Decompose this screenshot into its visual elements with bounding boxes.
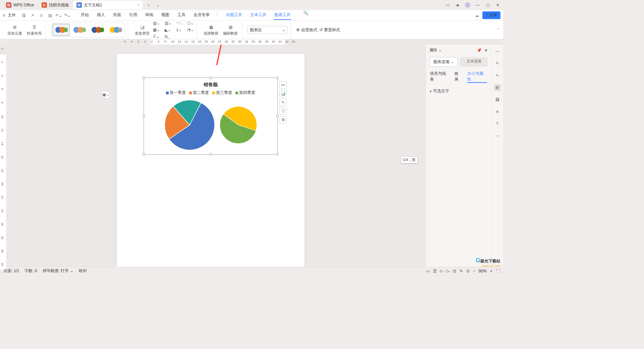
maximize-icon[interactable]: ▢ [485,2,490,8]
stock-dropdown[interactable]: ⟠⌄ [176,28,182,32]
grid-dropdown[interactable]: ▦⌄ [153,28,160,32]
tab-menu-button[interactable]: ⌄ [154,1,162,9]
tab-text-tools[interactable]: 文本工具 [250,11,267,20]
status-proof[interactable]: 校对 [79,268,87,272]
add-element-button[interactable]: ⊞添加元素 [6,23,23,37]
bar-dropdown[interactable]: ▥⌄ [153,21,160,26]
view-read-icon[interactable]: ▷ [446,269,449,273]
tab-insert[interactable]: 插入 [96,11,106,20]
pen-tool-icon[interactable]: ✎ [494,60,501,67]
shapes-tool-icon[interactable]: ✕ [494,108,501,115]
canvas[interactable]: ▣⌄ 销售额 第一季度第二季度第三季度第四季度 ≔ 📊 [6,45,426,267]
chart-styles-icon[interactable]: 📊 [279,90,287,97]
view-page-icon[interactable]: ▭ [426,269,430,273]
close-icon[interactable]: • [138,3,139,7]
chart-elements-icon[interactable]: ≔ [279,81,287,89]
settings-tool-icon[interactable]: ⚙ [494,84,501,91]
save-icon[interactable]: 🖫 [21,13,26,18]
pie-dropdown[interactable]: ◔⌄ [187,28,194,32]
tab-reference[interactable]: 引用 [128,11,138,20]
view-focus-icon[interactable]: ⊡ [453,269,456,273]
redo-icon[interactable]: ↷⌄ [65,13,70,18]
zoom-out-icon[interactable]: − [473,269,475,273]
share-button[interactable]: ⤴分享 [482,11,500,19]
tab-review[interactable]: 审阅 [145,11,154,20]
chart-filter-icon[interactable]: ▽ [279,107,287,115]
props-tab-chart[interactable]: 图表选项 ⌄ [429,57,458,67]
view-web-icon[interactable]: ▷ [440,269,443,273]
tab-wps[interactable]: WWPS Office [3,1,38,9]
tab-document[interactable]: W文字文稿1• [73,1,143,9]
chart-object[interactable]: 销售额 第一季度第二季度第三季度第四季度 ≔ 📊 ✎ ▽ ⚙ [144,78,278,155]
resize-handle[interactable] [143,77,145,79]
tab-tools[interactable]: 工具 [177,11,186,20]
edit-data-button[interactable]: ▧编辑数据 [222,23,239,37]
resize-handle[interactable] [276,153,279,156]
resize-handle[interactable] [276,115,279,117]
avatar[interactable] [465,2,470,8]
chart-plot[interactable] [144,99,277,151]
new-tab-button[interactable]: ＋ [145,1,153,9]
style-item[interactable] [89,24,106,36]
quick-layout-button[interactable]: ☰快速布局 [25,23,43,37]
pin-icon[interactable]: 📌 [477,48,482,53]
resize-handle[interactable] [143,115,145,117]
resize-handle[interactable] [276,77,279,79]
minimize-icon[interactable]: — [475,2,480,8]
radar-dropdown[interactable]: ⬡⌄ [187,21,194,26]
select-tool-icon[interactable]: ↖ [494,72,501,79]
subtab-fill[interactable]: 填充与线条 [430,71,450,83]
chart-legend[interactable]: 第一季度第二季度第三季度第四季度 [144,90,277,96]
image-tool-icon[interactable]: 🖼 [494,96,501,103]
zoom-fit-icon[interactable]: ⊙ [466,269,470,273]
style-item[interactable] [71,24,88,36]
props-tab-text[interactable]: 文本选项 [460,57,488,67]
subtab-effect[interactable]: 效果 [454,71,463,83]
close-window-icon[interactable]: ✕ [495,2,500,8]
ime-badge[interactable]: CH ↓ 简 [400,156,418,163]
tab-start[interactable]: 开始 [80,11,90,20]
style-gallery[interactable] [51,22,125,37]
line-dropdown[interactable]: 〰⌄ [176,21,182,26]
chart-title[interactable]: 销售额 [144,82,277,88]
zoom-value[interactable]: 90% [479,269,487,273]
menu-icon[interactable]: ≡ [3,13,5,18]
chart-edit-icon[interactable]: ✎ [279,99,287,106]
status-words[interactable]: 字数: 0 [24,268,37,272]
status-spell[interactable]: 拼写检查: 打开 ⌄ [43,268,73,272]
undo-icon[interactable]: ↶⌄ [56,13,61,18]
view-draft-icon[interactable]: ✎ [460,269,463,273]
cube-icon[interactable]: ◈ [455,2,460,8]
more-icon[interactable]: ⋯ [494,133,501,139]
subtab-size[interactable]: 大小与属性 [467,71,487,83]
search-icon[interactable]: 🔍 [303,11,308,20]
cloud-icon[interactable]: ☁ [475,13,479,18]
zoom-in-icon[interactable]: + [490,269,492,273]
file-menu[interactable]: 文件 [8,12,16,18]
resize-handle[interactable] [209,153,212,156]
tab-templates[interactable]: D找稻壳模板 [38,1,72,9]
style-item[interactable] [107,24,124,36]
chart-area-select[interactable]: 图表区⌄ [248,26,288,34]
style-item[interactable] [53,24,69,36]
preview-icon[interactable]: ▤ [47,13,53,18]
select-data-button[interactable]: ▦选择数据 [202,23,220,37]
help-icon[interactable]: ? [494,120,501,127]
view-outline-icon[interactable]: ☰ [433,269,437,273]
close-panel-icon[interactable]: ✕ [484,48,488,53]
props-section-alttext[interactable]: ▸ 可选文字 [426,86,491,97]
resize-handle[interactable] [143,153,145,156]
column-dropdown[interactable]: ▤⌄ [165,21,172,26]
export-icon[interactable]: ↗ [30,13,35,18]
print-icon[interactable]: ⎙ [39,13,44,18]
scatter-dropdown[interactable]: ⠿⌄ [153,34,160,39]
resize-handle[interactable] [209,77,212,79]
reset-style-button[interactable]: ↺重置样式 [319,27,340,33]
set-format-button[interactable]: ⚙设置格式 [296,27,317,33]
tab-draw-tools[interactable]: 绘图工具 [225,11,243,20]
area-dropdown[interactable]: ◣⌄ [165,28,172,32]
tab-member[interactable]: 会员专享 [193,11,210,20]
tab-chart-tools[interactable]: 图表工具 [274,11,291,20]
layout-options-button[interactable]: ▣⌄ [102,91,110,98]
fullscreen-icon[interactable]: ⛶ [496,269,500,273]
